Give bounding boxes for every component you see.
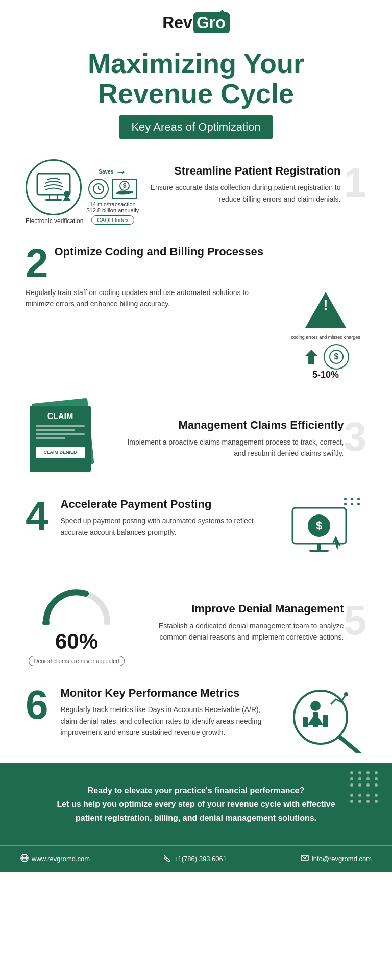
- section-1-desc: Ensure accurate data collection during p…: [149, 182, 340, 205]
- arc-percent: 60%: [55, 629, 98, 654]
- section-6-desc: Regularly track metrics like Days in Acc…: [61, 704, 275, 738]
- logo: RevGro: [162, 12, 230, 33]
- svg-point-23: [310, 701, 321, 711]
- section-2-title: Optimize Coding and Billing Processes: [55, 245, 264, 258]
- section-2: 2 Optimize Coding and Billing Processes …: [0, 235, 392, 390]
- section-1: Electronic verification Saves →: [0, 144, 392, 235]
- logo-rev: Rev: [162, 13, 192, 32]
- svg-rect-25: [313, 712, 318, 727]
- svg-point-27: [344, 692, 348, 696]
- claim-doc-title: CLAIM: [36, 412, 85, 421]
- section-3-text: Management Claims Efficiently Implement …: [117, 419, 366, 459]
- section-4: 4 Accelerate Payment Posting Speed up pa…: [0, 487, 392, 569]
- svg-text:$: $: [122, 182, 126, 189]
- clock-icon: [88, 179, 109, 199]
- svg-rect-17: [317, 544, 321, 550]
- footer-cta-text: Ready to elevate your practice's financi…: [31, 783, 361, 825]
- section-5-desc: Establish a dedicated denial management …: [138, 620, 344, 643]
- section-4-desc: Speed up payment posting with automated …: [61, 515, 275, 538]
- email-icon: [301, 855, 309, 863]
- contact-phone: +1(786) 393 6061: [164, 854, 227, 863]
- section-2-percent: 5-10%: [312, 370, 339, 380]
- contact-website: www.revgromd.com: [20, 854, 90, 864]
- section-4-number: 4: [26, 498, 48, 534]
- svg-line-6: [99, 189, 101, 190]
- denial-chart: 60% Denied claims are never appealed: [26, 579, 128, 666]
- section-1-text: Streamline Patient Registration Ensure a…: [149, 159, 366, 205]
- svg-text:$: $: [334, 352, 339, 361]
- caqh-badge: CAQH Index: [91, 215, 134, 225]
- hand-money-icon: $: [112, 179, 137, 199]
- claim-document: CLAIM CLAIM DENIED: [26, 401, 107, 477]
- header: RevGro: [0, 0, 392, 38]
- section-2-desc: Regularly train staff on coding updates …: [26, 287, 275, 310]
- section-3: CLAIM CLAIM DENIED Management Claims Ef: [0, 390, 392, 487]
- svg-line-22: [340, 738, 359, 753]
- section-3-number: 3: [344, 419, 367, 455]
- phone-icon: [164, 854, 171, 863]
- section-6-number: 6: [26, 687, 48, 723]
- section-3-title: Management Claims Efficiently: [117, 419, 344, 432]
- footer-cta: Ready to elevate your practice's financi…: [0, 763, 392, 846]
- svg-point-21: [294, 691, 347, 744]
- page-title: Maximizing Your Revenue Cycle: [31, 48, 361, 109]
- arc-label: Denied claims are never appealed: [29, 656, 125, 666]
- svg-rect-24: [303, 717, 308, 727]
- claim-denied-badge: CLAIM DENIED: [36, 447, 85, 458]
- footer-contact: www.revgromd.com +1(786) 393 6061 info@r…: [0, 845, 392, 872]
- section-1-icons: Electronic verification Saves →: [26, 159, 139, 225]
- svg-marker-11: [305, 350, 317, 364]
- section-2-icons: ! coding errors and missed charges $: [285, 287, 366, 380]
- globe-icon: [20, 854, 29, 864]
- section-6: 6 Monitor Key Performance Metrics Regula…: [0, 676, 392, 763]
- analytics-magnify-icon: [285, 687, 366, 753]
- section-2-number: 2: [26, 245, 48, 282]
- fingerprint-monitor-icon: [26, 159, 82, 215]
- title-section: Maximizing Your Revenue Cycle Key Areas …: [0, 38, 392, 144]
- section-3-desc: Implement a proactive claims management …: [117, 436, 344, 459]
- svg-rect-26: [323, 715, 328, 727]
- section-1-number: 1: [344, 164, 367, 201]
- payment-monitor-icon: $: [285, 498, 366, 559]
- dollar-circle-icon: $: [324, 344, 349, 370]
- coding-label: coding errors and missed charges: [291, 335, 360, 340]
- section-5: 60% Denied claims are never appealed Imp…: [0, 569, 392, 676]
- time-stat: 14 min/transaction $12.8 billion annuall…: [86, 201, 139, 213]
- section-5-title: Improve Denial Management: [138, 602, 344, 616]
- section-6-title: Monitor Key Performance Metrics: [61, 687, 275, 700]
- section-1-title: Streamline Patient Registration: [149, 164, 340, 178]
- section-5-number: 5: [344, 602, 367, 639]
- logo-gro: Gro: [193, 12, 230, 33]
- svg-text:$: $: [316, 519, 322, 532]
- contact-email: info@revgromd.com: [301, 855, 372, 863]
- section-5-text: Improve Denial Management Establish a de…: [138, 602, 366, 643]
- svg-rect-18: [309, 550, 329, 552]
- electronic-verification-label: Electronic verification: [26, 217, 83, 225]
- footer-dots-1: [350, 771, 380, 787]
- svg-text:!: !: [323, 297, 328, 313]
- subtitle-bar: Key Areas of Optimization: [119, 115, 273, 139]
- footer-dots-2: [350, 794, 380, 803]
- section-4-title: Accelerate Payment Posting: [61, 498, 275, 511]
- svg-rect-2: [45, 199, 62, 201]
- saves-label: Saves: [99, 169, 113, 175]
